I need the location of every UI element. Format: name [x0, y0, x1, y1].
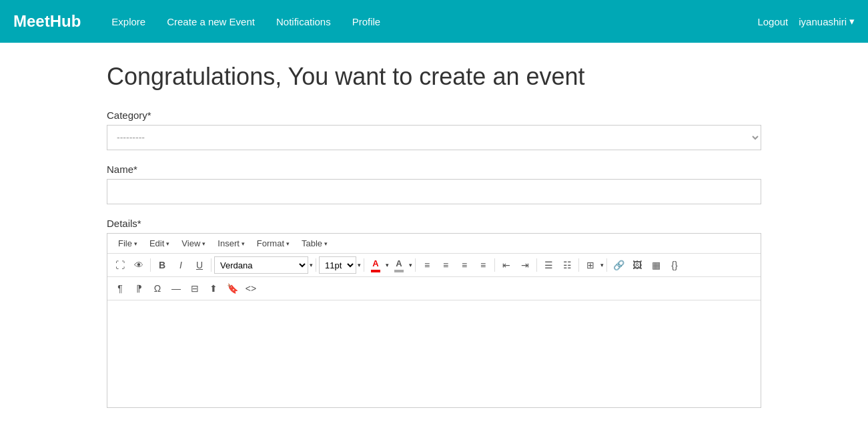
font-color-bar [371, 270, 380, 272]
edit-arrow: ▾ [166, 240, 169, 247]
editor-toolbar-row2: ¶ ⁋ Ω — ⊟ ⬆ 🔖 <> [107, 277, 761, 300]
separator-2 [211, 258, 211, 272]
preview-btn[interactable]: 👁 [130, 256, 147, 274]
navbar: MeetHub Explore Create a new Event Notif… [0, 0, 868, 43]
menu-edit[interactable]: Edit ▾ [144, 236, 175, 250]
details-label: Details* [107, 218, 761, 229]
outdent-btn[interactable]: ⇤ [498, 256, 515, 274]
name-label: Name* [107, 164, 761, 175]
table-insert-btn[interactable]: ⊞ [582, 256, 599, 274]
username-label: iyanuashiri [799, 16, 847, 27]
italic-btn[interactable]: I [172, 256, 189, 274]
editor-body[interactable] [107, 300, 761, 407]
underline-btn[interactable]: U [191, 256, 208, 274]
separator-8 [578, 258, 579, 272]
align-center-btn[interactable]: ≡ [437, 256, 454, 274]
separator-6 [494, 258, 495, 272]
category-label: Category* [107, 110, 761, 121]
menu-format[interactable]: Format ▾ [252, 236, 295, 250]
font-size-arrow: ▾ [358, 262, 361, 268]
category-select[interactable]: --------- [107, 125, 761, 150]
rtl-btn[interactable]: ⁋ [130, 280, 147, 297]
highlight-bar [394, 270, 404, 272]
unordered-list-btn[interactable]: ☰ [540, 256, 557, 274]
rich-text-editor: File ▾ Edit ▾ View ▾ Insert ▾ Format ▾ T… [107, 233, 761, 408]
nav-profile[interactable]: Profile [342, 0, 392, 43]
separator-5 [415, 258, 416, 272]
separator-3 [316, 258, 316, 272]
font-family-select[interactable]: Verdana Arial Times New Roman [214, 256, 308, 274]
code-btn[interactable]: {} [666, 256, 683, 274]
view-arrow: ▾ [202, 240, 205, 247]
link-btn[interactable]: 🔗 [610, 256, 627, 274]
indent-btn[interactable]: ⇥ [516, 256, 534, 274]
user-dropdown-arrow: ▾ [849, 15, 855, 27]
image-btn[interactable]: 🖼 [628, 256, 646, 274]
menu-table[interactable]: Table ▾ [296, 236, 333, 250]
source-code-btn[interactable]: <> [242, 280, 260, 297]
separator-7 [536, 258, 537, 272]
highlight-arrow: ▾ [409, 262, 412, 268]
menu-insert[interactable]: Insert ▾ [212, 236, 250, 250]
format-arrow: ▾ [286, 240, 290, 247]
file-arrow: ▾ [134, 240, 137, 247]
name-input[interactable] [107, 179, 761, 204]
fullscreen-btn[interactable]: ⛶ [111, 256, 129, 274]
font-color-arrow: ▾ [386, 262, 389, 268]
font-color-icon: A [372, 258, 378, 268]
highlight-btn[interactable]: A [390, 256, 408, 274]
nav-notifications[interactable]: Notifications [266, 0, 342, 43]
align-right-btn[interactable]: ≡ [456, 256, 473, 274]
menu-view[interactable]: View ▾ [176, 236, 211, 250]
details-group: Details* File ▾ Edit ▾ View ▾ Insert ▾ F… [107, 218, 761, 408]
menu-file[interactable]: File ▾ [113, 236, 143, 250]
insert-arrow: ▾ [242, 240, 245, 247]
align-justify-btn[interactable]: ≡ [474, 256, 492, 274]
user-menu[interactable]: iyanuashiri ▾ [799, 15, 855, 27]
save-draft-btn[interactable]: ⬆ [205, 280, 222, 297]
table-insert-arrow: ▾ [600, 262, 604, 268]
font-size-select[interactable]: 11pt 8pt 10pt 12pt 14pt 18pt [319, 256, 356, 274]
nav-explore[interactable]: Explore [101, 0, 156, 43]
editor-toolbar-row1: ⛶ 👁 B I U Verdana Arial Times New Roman … [107, 254, 761, 277]
paragraph-btn[interactable]: ¶ [111, 280, 129, 297]
name-group: Name* [107, 164, 761, 204]
page-title: Congratulations, You want to create an e… [107, 63, 761, 91]
bold-btn[interactable]: B [153, 256, 171, 274]
special-chars-btn[interactable]: Ω [149, 280, 166, 297]
nav-links: Explore Create a new Event Notifications… [101, 0, 757, 43]
media-btn[interactable]: ▦ [647, 256, 665, 274]
horizontal-rule-btn[interactable]: — [167, 280, 185, 297]
page-break-btn[interactable]: ⊟ [186, 280, 203, 297]
font-color-btn[interactable]: A [367, 256, 384, 274]
font-family-arrow: ▾ [310, 262, 313, 268]
logout-link[interactable]: Logout [757, 16, 788, 27]
main-content: Congratulations, You want to create an e… [0, 43, 868, 432]
category-group: Category* --------- [107, 110, 761, 150]
highlight-icon: A [396, 258, 402, 268]
table-arrow: ▾ [324, 240, 328, 247]
ordered-list-btn[interactable]: ☷ [558, 256, 576, 274]
align-left-btn[interactable]: ≡ [418, 256, 436, 274]
separator-4 [364, 258, 364, 272]
editor-menubar: File ▾ Edit ▾ View ▾ Insert ▾ Format ▾ T… [107, 234, 761, 254]
bookmark-btn[interactable]: 🔖 [224, 280, 241, 297]
navbar-right: Logout iyanuashiri ▾ [757, 15, 855, 27]
brand-logo[interactable]: MeetHub [13, 12, 81, 31]
separator-1 [150, 258, 151, 272]
separator-9 [606, 258, 607, 272]
nav-create-event[interactable]: Create a new Event [156, 0, 266, 43]
